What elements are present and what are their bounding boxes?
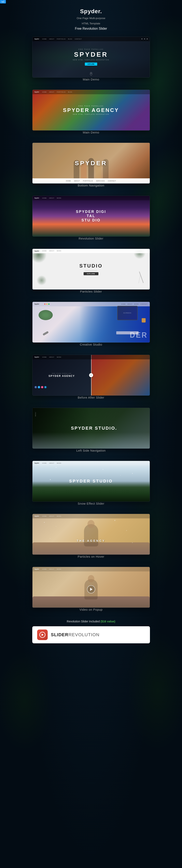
agency-tagline: NEW HTML TEMPLATE GENERATION xyxy=(73,114,109,115)
monitor-shape: SCREEN xyxy=(117,306,138,320)
preview-navbar-studio: Spyder HOME ABOUT WORK xyxy=(32,249,150,253)
preview-navbar-logo: Spyder xyxy=(35,38,39,40)
demo-label-main-demo: Main Demo xyxy=(83,78,99,81)
demo-item-particles: Spyder HOME ABOUT WORK STUDIO EXPLORE xyxy=(20,249,162,296)
demo-item-creative: Spyder HOME ABOUT WORK CONTACT xyxy=(20,302,162,348)
preview-navbar-snow: Spyder HOME ABOUT WORK xyxy=(32,461,150,465)
demo-preview-agency[interactable]: Spyder HOME ABOUT PORTFOLIO BLOG ONE PAG… xyxy=(32,90,150,131)
demo-label-revolution: Revolution Slider xyxy=(79,237,104,240)
slider-brand-light: REVOLUTION xyxy=(68,632,100,638)
demo-preview-bottom-nav[interactable]: SPYDER HOME ABOUT PORTFOLIO SERVICES CON… xyxy=(32,143,150,184)
left-nav-title: SPYDER STUDIO. xyxy=(71,426,117,431)
studio-content: STUDIO EXPLORE xyxy=(79,263,103,275)
plant-decoration xyxy=(39,310,53,320)
preview-navbar-main: Spyder HOME ABOUT PORTFOLIO BLOG CONTACT xyxy=(32,37,150,41)
demo-label-left-nav: Left Side Navigation xyxy=(76,449,106,452)
bottom-nav-title: SPYDER xyxy=(75,160,107,166)
demo-label-creative: Creative Studio xyxy=(80,343,102,346)
demo-item-main-demo: Spyder HOME ABOUT PORTFOLIO BLOG CONTACT xyxy=(20,37,162,84)
slider-revolution-banner[interactable]: SLIDER REVOLUTION xyxy=(32,626,150,643)
demo-label-agency: Main Demo xyxy=(83,131,99,134)
slider-rev-arrow xyxy=(42,633,44,636)
demo-preview-snow[interactable]: Spyder HOME ABOUT WORK SPYDER STUDIO xyxy=(32,461,150,502)
demo-label-video-popup: Video on Popup xyxy=(79,608,103,611)
preview-navbar-agency: Spyder HOME ABOUT PORTFOLIO BLOG xyxy=(32,90,150,94)
revolution-included-section: Revolution Slider Included ($16 value) S… xyxy=(20,620,162,643)
version-badge: v.1 xyxy=(0,0,6,3)
demo-preview-revolution[interactable]: Spyder HOME ABOUT WORK SPYDER DIGI TAL S… xyxy=(32,196,150,237)
agency-big-title: SPYDER AGENCY xyxy=(63,107,119,113)
demo-label-snow: Snow Effect Slider xyxy=(78,502,104,505)
preview-navbar-particles-hover: Spyder HOME ABOUT WORK xyxy=(32,514,150,518)
revolution-included-label: Revolution Slider Included ($16 value) xyxy=(67,620,115,623)
free-slider-label: Free Revolution Slider xyxy=(75,27,107,30)
demo-item-before-after: ONE PAGE PARALLAX SPYDER AGENCY ⇔ Spyder xyxy=(20,355,162,402)
agency-small-label: ONE PAGE PARALLAX xyxy=(78,105,104,106)
demo-item-bottom-nav: SPYDER HOME ABOUT PORTFOLIO SERVICES CON… xyxy=(20,143,162,189)
partial-letters: DER xyxy=(130,331,147,339)
demo-item-left-nav: MENU SPYDER STUDIO. Left Side Navigation xyxy=(20,408,162,455)
preview-navbar-logo-agency: Spyder xyxy=(35,91,39,93)
product-subtitle-line1: One Page Multi-purpose xyxy=(75,16,107,21)
the-agency-overlay: THE AGENCY xyxy=(77,539,105,542)
demo-item-agency: Spyder HOME ABOUT PORTFOLIO BLOG ONE PAG… xyxy=(20,90,162,136)
preview-navbar-before-after: Spyder HOME ABOUT WORK xyxy=(32,355,150,359)
demo-preview-main-demo[interactable]: Spyder HOME ABOUT PORTFOLIO BLOG CONTACT xyxy=(32,37,150,78)
social-icons-row: f t in li xyxy=(35,386,47,389)
demo-label-bottom-nav: Bottom Navigation xyxy=(78,184,104,187)
product-subtitle-line2: HTML Template xyxy=(75,22,107,26)
before-after-handle: ⇔ xyxy=(89,373,93,377)
demo-label-before-after: Before After Slider xyxy=(78,396,104,399)
demo-preview-left-nav[interactable]: MENU SPYDER STUDIO. xyxy=(32,408,150,449)
demo-preview-before-after[interactable]: ONE PAGE PARALLAX SPYDER AGENCY ⇔ Spyder xyxy=(32,355,150,396)
header-section: Spyder. One Page Multi-purpose HTML Temp… xyxy=(75,8,107,30)
snow-title: SPYDER STUDIO xyxy=(69,479,113,484)
demo-item-video-popup: Spyder HOME ABOUT WORK Video on Popup xyxy=(20,567,162,614)
preview-navbar-video: Spyder HOME ABOUT WORK xyxy=(32,567,150,571)
product-title: Spyder. xyxy=(75,8,107,14)
preview-tagline: NEW HTML TEMPLATE GENERATION xyxy=(73,59,109,61)
slider-brand-bold: SLIDER xyxy=(51,632,69,638)
digital-studio-text: SPYDER DIGI TAL STU DIO xyxy=(76,210,106,222)
demo-preview-particles-hover[interactable]: Spyder HOME ABOUT WORK THE AGENCY xyxy=(32,514,150,555)
slider-rev-play-icon xyxy=(39,632,45,638)
slider-rev-text: SLIDER REVOLUTION xyxy=(51,632,100,638)
demo-preview-video-popup[interactable]: Spyder HOME ABOUT WORK xyxy=(32,567,150,608)
particles-overlay xyxy=(32,514,150,555)
video-play-button[interactable] xyxy=(87,585,95,593)
preview-big-title: SPYDER xyxy=(73,51,109,58)
preview-navbar-digital: Spyder HOME ABOUT WORK xyxy=(32,196,150,200)
demo-label-particles: Particles Slider xyxy=(80,290,102,293)
preview-content-agency: ONE PAGE PARALLAX SPYDER AGENCY NEW HTML… xyxy=(63,105,119,115)
demo-preview-particles[interactable]: Spyder HOME ABOUT WORK STUDIO EXPLORE xyxy=(32,249,150,290)
preview-navbar-creative: Spyder HOME ABOUT WORK CONTACT xyxy=(32,302,150,306)
coffee-cup xyxy=(142,318,146,322)
demo-item-revolution: Spyder HOME ABOUT WORK SPYDER DIGI TAL S… xyxy=(20,196,162,243)
demo-preview-creative[interactable]: Spyder HOME ABOUT WORK CONTACT xyxy=(32,302,150,343)
preview-cta: EXPLORE xyxy=(85,63,97,66)
demo-item-particles-hover: Spyder HOME ABOUT WORK THE AGENCY Partic… xyxy=(20,514,162,561)
preview-small-label: ONE PAGE PARALLAX xyxy=(73,49,109,50)
demo-item-snow: Spyder HOME ABOUT WORK SPYDER STUDIO Sno… xyxy=(20,461,162,508)
preview-main-text: ONE PAGE PARALLAX SPYDER NEW HTML TEMPLA… xyxy=(73,49,109,66)
bottom-nav-bar: HOME ABOUT PORTFOLIO SERVICES CONTACT xyxy=(32,178,150,183)
slider-rev-icon xyxy=(37,629,48,640)
demo-label-particles-hover: Particles on Hover xyxy=(78,555,105,558)
